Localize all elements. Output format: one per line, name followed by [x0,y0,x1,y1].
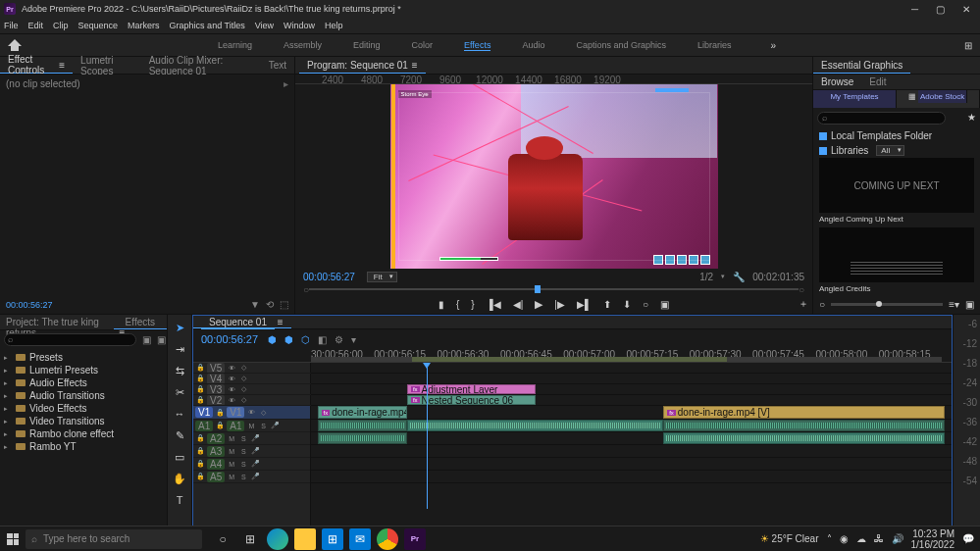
tree-item[interactable]: ▸Presets [0,351,167,364]
extract-icon[interactable]: ⬇ [623,299,631,310]
menu-markers[interactable]: Markers [128,21,160,30]
workspace-overflow-icon[interactable]: » [771,40,777,51]
start-button[interactable] [0,526,26,551]
ws-learning[interactable]: Learning [218,40,252,51]
menu-file[interactable]: File [4,21,19,30]
template-item[interactable]: COMING UP NEXTAngled Coming Up Next [819,158,974,224]
accel-badge-icon[interactable]: ▣ [142,334,151,345]
clip-a1-c[interactable] [663,420,945,431]
tab-project[interactable]: Project: The true king returns [0,315,114,329]
go-to-out-icon[interactable]: ▶▌ [577,299,592,310]
tab-effect-controls[interactable]: Effect Controls ≡ [0,57,73,74]
tree-item[interactable]: ▸Lumetri Presets [0,364,167,376]
tree-item[interactable]: ▸Audio Effects [0,376,167,389]
slip-tool-icon[interactable]: ↔ [173,407,186,421]
tab-program[interactable]: Program: Sequence 01 ≡ [299,57,426,74]
timeline-tab[interactable]: Sequence 01 ≡ [193,316,291,328]
clip-a2-a[interactable] [318,432,407,444]
settings-icon[interactable]: 🔧 [733,272,745,282]
ws-editing[interactable]: Editing [353,40,381,51]
tree-item[interactable]: ▸Audio Transitions [0,389,167,402]
clip-a1-a[interactable] [318,420,407,431]
32bit-badge-icon[interactable]: ▣ [157,334,166,345]
menu-clip[interactable]: Clip [53,21,69,30]
play-icon[interactable]: ▶ [535,298,542,311]
tree-item[interactable]: ▸Rambo clone effect [0,427,167,440]
track-header-a1[interactable]: A1🔒A1MS🎤 [193,420,310,432]
clock[interactable]: 10:23 PM1/16/2022 [911,528,955,550]
install-mogrt-icon[interactable]: ▣ [965,299,974,310]
panel-menu-icon[interactable]: ≡ [59,60,65,71]
razor-tool-icon[interactable]: ✂ [173,385,186,399]
menu-edit[interactable]: Edit [28,21,44,30]
ws-assembly[interactable]: Assembly [284,40,322,51]
menu-window[interactable]: Window [284,21,315,30]
track-header-a4[interactable]: 🔒A4MS🎤 [193,458,310,471]
add-marker-icon[interactable]: ▮ [438,299,444,310]
eg-tab-edit[interactable]: Edit [861,75,894,89]
effects-search-input[interactable] [4,333,136,346]
tab-essential-graphics[interactable]: Essential Graphics [813,57,910,74]
timeline-ruler[interactable]: 30:00:56:0000:00:56:1500:00:56:3000:00:5… [193,349,952,363]
tab-text[interactable]: Text [261,57,294,74]
clip-a2-b[interactable] [663,432,945,444]
cc-icon[interactable]: ▾ [351,334,356,345]
clip-v1-b[interactable]: fxdone-in-rage.mp4 [V] [663,406,945,419]
timeline-content[interactable]: fxAdjustment Layer fxNested Sequence 06 … [311,363,952,528]
track-header-a2[interactable]: 🔒A2MS🎤 [193,432,310,445]
mark-in-icon[interactable]: { [456,299,459,310]
tree-item[interactable]: ▸Rambo YT [0,440,167,453]
menu-help[interactable]: Help [325,21,343,30]
chrome-icon[interactable] [377,528,398,550]
thumbnail-size-slider[interactable] [831,303,943,306]
explorer-icon[interactable] [294,528,316,550]
tab-lumetri-scopes[interactable]: Lumetri Scopes [73,57,141,74]
premiere-taskbar-icon[interactable]: Pr [404,528,426,550]
lift-icon[interactable]: ⬆ [603,299,611,310]
ec-wrench-icon[interactable]: ⬚ [280,299,288,310]
ripple-edit-tool-icon[interactable]: ⇆ [173,364,186,377]
template-item[interactable]: Angled Credits [819,227,974,293]
selection-tool-icon[interactable]: ➤ [173,321,186,334]
mail-icon[interactable]: ✉ [349,528,371,550]
step-back-icon[interactable]: ◀| [513,299,524,310]
timeline-tc[interactable]: 00:00:56:27 [201,333,258,345]
ws-effects[interactable]: Effects [464,40,490,51]
button-editor-icon[interactable]: ＋ [799,297,808,311]
eg-search-input[interactable] [817,112,946,125]
tree-item[interactable]: ▸Video Effects [0,402,167,415]
track-header-v1[interactable]: V1🔒V1👁◇ [193,406,310,420]
minimize-button[interactable]: ─ [911,4,918,15]
volume-icon[interactable]: 🔊 [892,533,903,544]
edge-icon[interactable] [267,528,288,550]
home-icon[interactable] [8,39,22,51]
tree-item[interactable]: ▸Video Transitions [0,415,167,427]
program-monitor[interactable]: Storm Eye [390,84,718,269]
track-header-a5[interactable]: 🔒A5MS🎤 [193,471,310,483]
cortana-icon[interactable]: ○ [212,528,233,550]
onedrive-icon[interactable]: ☁ [856,533,866,544]
local-folder-checkbox[interactable] [819,132,827,140]
eg-subtab-mytemplates[interactable]: My Templates [813,90,897,108]
ec-filter-icon[interactable]: ▼ [250,299,260,310]
mark-out-icon[interactable]: } [471,299,474,310]
eg-subtab-stock[interactable]: ▦ Adobe Stock [897,90,980,108]
location-icon[interactable]: ◉ [840,533,849,544]
favorites-icon[interactable]: ★ [967,112,976,125]
tab-audio-clip-mixer[interactable]: Audio Clip Mixer: Sequence 01 [141,57,261,74]
clip-a1-b[interactable] [407,420,663,431]
settings-wrench-icon[interactable]: ⚙ [335,334,343,345]
ws-captions[interactable]: Captions and Graphics [576,40,666,51]
program-tc[interactable]: 00:00:56:27 [303,272,355,282]
taskbar-search[interactable]: ⌕Type here to search [26,529,202,549]
linked-selection-icon[interactable]: ⬢ [284,334,293,345]
play-toggle-icon[interactable]: ▸ [284,78,288,89]
go-to-in-icon[interactable]: ▐◀ [487,299,501,310]
step-fwd-icon[interactable]: |▶ [554,299,565,310]
marker-span-icon[interactable]: ⬡ [301,334,310,345]
snap-icon[interactable]: ⬢ [268,334,277,345]
quick-export-icon[interactable]: ⊞ [964,40,972,51]
task-view-icon[interactable]: ⊞ [239,528,261,550]
network-icon[interactable]: 🖧 [874,533,884,544]
scrub-bar[interactable] [309,288,799,290]
